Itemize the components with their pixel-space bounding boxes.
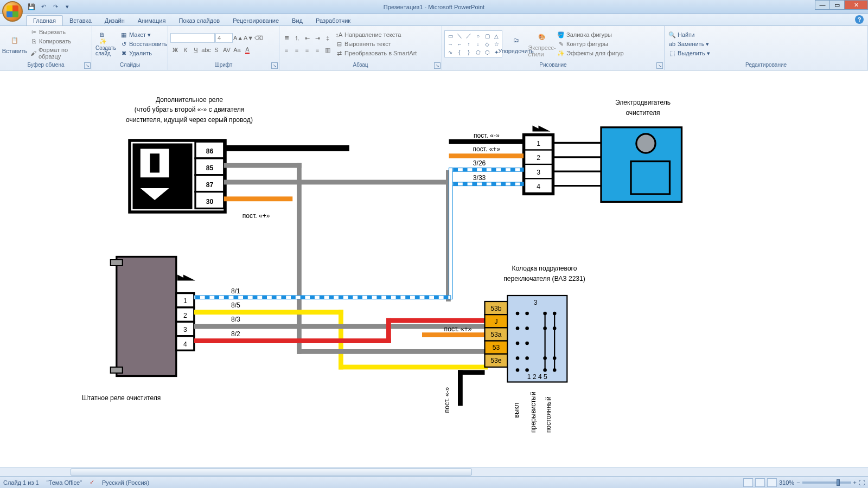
shape-fill-button[interactable]: 🪣Заливка фигуры: [556, 30, 626, 39]
group-editing-label: Редактирование: [667, 61, 865, 69]
shape-rect-icon[interactable]: ▭: [446, 32, 455, 40]
layout-icon: ▦: [120, 31, 127, 38]
undo-icon[interactable]: ↶: [39, 3, 48, 11]
line-spacing-button[interactable]: ‡: [323, 33, 333, 43]
brush-icon: 🖌: [30, 49, 37, 57]
shape-hex-icon[interactable]: ⬡: [483, 48, 492, 56]
title-bar: 💾 ↶ ↷ ▾ Презентация1 - Microsoft PowerPo…: [0, 0, 868, 14]
layout-button[interactable]: ▦Макет▾: [118, 30, 169, 39]
shape-effects-button[interactable]: ✨Эффекты для фигур: [556, 49, 626, 57]
shapes-gallery[interactable]: ▭＼／○▢△ →←↑↓◇☆ ∿{}⬠⬡✦: [444, 30, 502, 57]
columns-button[interactable]: ▥: [323, 45, 333, 55]
group-clipboard-label: Буфер обмена: [2, 61, 90, 69]
justify-button[interactable]: ≡: [312, 45, 322, 55]
redo-icon[interactable]: ↷: [51, 3, 60, 11]
paste-button[interactable]: 📋 Вставить: [2, 33, 27, 55]
shape-brace-icon[interactable]: {: [455, 48, 464, 56]
replace-button[interactable]: abЗаменить▾: [667, 40, 712, 48]
quick-styles-button[interactable]: 🎨Экспресс-стили: [529, 29, 554, 59]
help-icon[interactable]: ?: [855, 15, 864, 24]
tab-slideshow[interactable]: Показ слайдов: [172, 16, 226, 25]
shape-di-icon[interactable]: ◇: [483, 40, 492, 48]
text-direction-icon: ↕A: [335, 31, 343, 38]
paste-label: Вставить: [2, 48, 28, 54]
shape-outline-button[interactable]: ✎Контур фигуры: [556, 40, 626, 48]
shadow-button[interactable]: S: [212, 45, 221, 55]
minimize-button[interactable]: —: [815, 0, 830, 10]
tab-design[interactable]: Дизайн: [98, 16, 131, 25]
shape-brace2-icon[interactable]: }: [464, 48, 473, 56]
tab-insert[interactable]: Вставка: [63, 16, 98, 25]
format-painter-button[interactable]: 🖌Формат по образцу: [28, 46, 90, 60]
shape-curve-icon[interactable]: ∿: [446, 48, 455, 56]
strike-button[interactable]: abc: [201, 45, 211, 55]
shape-arrow-u-icon[interactable]: ↑: [464, 40, 473, 48]
paragraph-launcher[interactable]: ↘: [434, 62, 441, 69]
arrange-button[interactable]: 🗂Упорядочить: [503, 33, 528, 55]
align-text-button[interactable]: ⊟Выровнять текст: [334, 40, 418, 48]
bold-button[interactable]: Ж: [170, 45, 180, 55]
select-button[interactable]: ⬚Выделить▾: [667, 49, 712, 57]
clipboard-launcher[interactable]: ↘: [84, 62, 91, 69]
shape-rrect-icon[interactable]: ▢: [483, 32, 492, 40]
select-icon: ⬚: [668, 49, 676, 57]
cut-button[interactable]: ✂Вырезать: [28, 28, 90, 36]
shape-tri-icon[interactable]: △: [492, 32, 501, 40]
office-button[interactable]: [2, 1, 23, 22]
group-drawing-label: Рисование: [444, 61, 662, 69]
convert-smartart-button[interactable]: ⇄Преобразовать в SmartArt: [334, 49, 418, 57]
shape-arrow-l-icon[interactable]: ←: [455, 40, 464, 48]
reset-button[interactable]: ↺Восстановить: [118, 40, 169, 48]
italic-button[interactable]: К: [181, 45, 190, 55]
increase-indent-button[interactable]: ⇥: [312, 33, 322, 43]
window-title: Презентация1 - Microsoft PowerPoint: [384, 4, 484, 10]
tab-review[interactable]: Рецензирование: [226, 16, 285, 25]
shape-arrow-d-icon[interactable]: ↓: [474, 40, 482, 48]
delete-button[interactable]: ✖Удалить: [118, 49, 169, 57]
spacing-button[interactable]: AV: [222, 45, 232, 55]
decrease-indent-button[interactable]: ⇤: [302, 33, 312, 43]
bullets-button[interactable]: ≣: [282, 33, 291, 43]
text-direction-button[interactable]: ↕AНаправление текста: [334, 30, 418, 39]
shape-poly-icon[interactable]: ⬠: [474, 48, 482, 56]
close-button[interactable]: ✕: [844, 0, 868, 10]
clear-format-button[interactable]: ⌫: [254, 33, 264, 43]
grow-font-button[interactable]: A▲: [233, 33, 243, 43]
align-right-button[interactable]: ≡: [302, 45, 312, 55]
save-icon[interactable]: 💾: [27, 3, 36, 11]
tab-view[interactable]: Вид: [285, 16, 309, 25]
maximize-button[interactable]: ▭: [829, 0, 845, 10]
shape-star-icon[interactable]: ☆: [492, 40, 501, 48]
shape-line-icon[interactable]: ＼: [455, 32, 464, 40]
outline-icon: ✎: [557, 40, 565, 48]
case-button[interactable]: Aa: [232, 45, 242, 55]
copy-button[interactable]: ⎘Копировать: [28, 37, 90, 46]
shape-arrow-r-icon[interactable]: →: [446, 40, 455, 48]
shape-line2-icon[interactable]: ／: [464, 32, 473, 40]
align-left-button[interactable]: ≡: [282, 45, 291, 55]
find-button[interactable]: 🔍Найти: [667, 30, 712, 39]
underline-button[interactable]: Ч: [191, 45, 201, 55]
shrink-font-button[interactable]: A▼: [244, 33, 253, 43]
quick-access-toolbar: 💾 ↶ ↷ ▾: [27, 3, 72, 11]
align-center-button[interactable]: ≡: [292, 45, 302, 55]
ribbon: 📋 Вставить ✂Вырезать ⎘Копировать 🖌Формат…: [0, 26, 868, 70]
arrange-icon: 🗂: [509, 34, 522, 47]
font-name-combo[interactable]: [170, 33, 215, 43]
font-launcher[interactable]: ↘: [271, 62, 278, 69]
new-slide-button[interactable]: 🗎✨ Создать слайд: [94, 30, 117, 57]
qat-more-icon[interactable]: ▾: [63, 3, 72, 11]
tab-developer[interactable]: Разработчик: [309, 16, 357, 25]
font-size-combo[interactable]: 4: [215, 33, 233, 43]
replace-icon: ab: [668, 40, 676, 48]
font-color-button[interactable]: A: [242, 45, 252, 55]
numbering-button[interactable]: ⒈: [292, 33, 302, 43]
drawing-launcher[interactable]: ↘: [656, 62, 663, 69]
group-font-label: Шрифт: [170, 61, 277, 69]
scissors-icon: ✂: [30, 28, 37, 36]
shape-oval-icon[interactable]: ○: [474, 32, 482, 40]
tab-home[interactable]: Главная: [26, 15, 63, 25]
align-text-icon: ⊟: [335, 40, 343, 48]
tab-animation[interactable]: Анимация: [131, 16, 173, 25]
reset-icon: ↺: [120, 40, 127, 48]
